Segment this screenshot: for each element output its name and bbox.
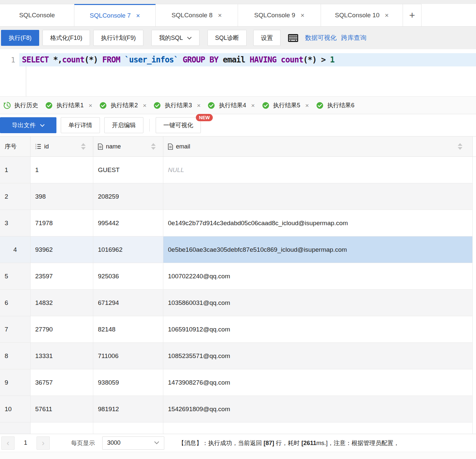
format-button[interactable]: 格式化(F10) — [42, 30, 90, 46]
cell-name[interactable]: GUEST — [93, 157, 163, 183]
tab-sqlconsole-9[interactable]: SQLConsole 9 × — [238, 4, 321, 26]
row-detail-button[interactable]: 单行详情 — [61, 117, 100, 133]
sql-token: `user_infos` — [120, 55, 183, 64]
execute-button[interactable]: 执行(F8) — [1, 30, 39, 46]
cell-id[interactable]: 398 — [31, 183, 93, 210]
export-file-button[interactable]: 导出文件 — [0, 117, 56, 133]
cell-seq[interactable]: 7 — [0, 316, 31, 343]
result-tab-6[interactable]: 执行结果6 — [316, 101, 355, 109]
cell-name[interactable]: 208259 — [93, 183, 163, 210]
cell-name[interactable]: 981912 — [93, 396, 163, 422]
page-number: 1 — [24, 439, 27, 446]
result-tab-1[interactable]: 执行结果1 × — [45, 101, 92, 109]
explain-plan-button[interactable]: 执行计划(F9) — [93, 30, 143, 46]
cell-name[interactable]: 1016962 — [93, 236, 163, 263]
next-page-button[interactable]: › — [37, 436, 50, 450]
prev-page-button[interactable]: ‹ — [1, 436, 15, 450]
enable-edit-button[interactable]: 开启编辑 — [104, 117, 143, 133]
per-page-select[interactable]: 3000 — [102, 436, 164, 450]
close-icon[interactable]: × — [143, 102, 146, 109]
cell-email[interactable]: 0e149c2b77d914c3edabd05c06caad8c_icloud@… — [163, 210, 473, 236]
cell-id — [31, 422, 93, 434]
tab-sqlconsole-10[interactable]: SQLConsole 10 × — [321, 4, 403, 26]
close-icon[interactable]: × — [385, 12, 389, 19]
cell-email[interactable]: 1473908276@qq.com — [163, 369, 473, 396]
cell-name[interactable]: 82148 — [93, 316, 163, 343]
tab-sqlconsole-8[interactable]: SQLConsole 8 × — [156, 4, 238, 26]
keyboard-shortcuts-icon[interactable] — [288, 34, 298, 42]
one-click-visualize-button[interactable]: 一键可视化 — [156, 117, 201, 133]
cell-id[interactable]: 13331 — [31, 343, 93, 369]
tab-sqlconsole-7[interactable]: SQLConsole 7 × — [74, 4, 156, 26]
sort-asc-icon[interactable] — [458, 143, 462, 146]
column-header-email[interactable]: email — [163, 137, 473, 156]
cell-seq[interactable]: 1 — [0, 157, 31, 183]
cell-id[interactable]: 93962 — [31, 236, 93, 263]
cell-seq[interactable]: 3 — [0, 210, 31, 236]
sort-icons[interactable] — [81, 143, 86, 150]
close-icon[interactable]: × — [197, 102, 200, 109]
cell-email[interactable]: 1542691809@qq.com — [163, 396, 473, 422]
column-header-id[interactable]: 123 id — [31, 137, 93, 156]
cell-email[interactable]: NULL — [163, 157, 473, 183]
sql-token: GROUP BY — [183, 55, 218, 64]
cell-seq[interactable]: 2 — [0, 183, 31, 210]
cell-id[interactable]: 23597 — [31, 263, 93, 290]
cell-seq[interactable]: 9 — [0, 369, 31, 396]
cell-name[interactable]: 671294 — [93, 290, 163, 316]
cell-id[interactable]: 27790 — [31, 316, 93, 343]
sort-icons[interactable] — [151, 143, 156, 150]
sort-asc-icon[interactable] — [151, 143, 156, 146]
cell-name[interactable]: 938059 — [93, 369, 163, 396]
text-type-icon — [168, 143, 173, 150]
column-header-name[interactable]: name — [93, 137, 163, 156]
cell-id[interactable]: 71978 — [31, 210, 93, 236]
cell-email-selected[interactable]: 0e5be160ae3cae305debfc87e510c869_icloud@… — [163, 236, 473, 263]
cell-seq[interactable]: 8 — [0, 343, 31, 369]
close-icon[interactable]: × — [89, 102, 92, 109]
cell-seq[interactable]: 4 — [0, 236, 31, 263]
tab-sqlconsole[interactable]: SQLConsole — [0, 4, 74, 26]
close-icon[interactable]: × — [218, 12, 222, 19]
cell-seq[interactable]: 10 — [0, 396, 31, 422]
gutter-divider — [26, 66, 26, 96]
close-icon[interactable]: × — [136, 12, 140, 19]
cell-id[interactable]: 14832 — [31, 290, 93, 316]
execution-history-tab[interactable]: 执行历史 — [3, 101, 38, 109]
my-sql-dropdown[interactable]: 我的SQL — [151, 30, 199, 46]
cell-email[interactable]: 1007022240@qq.com — [163, 263, 473, 290]
cell-email[interactable] — [163, 183, 473, 210]
status-message: 【消息】：执行成功，当前返回 [87] 行，耗时 [2611ms.]，注意：根据… — [178, 439, 399, 447]
cell-name[interactable]: 711006 — [93, 343, 163, 369]
cell-id[interactable]: 1 — [31, 157, 93, 183]
sort-asc-icon[interactable] — [81, 143, 86, 146]
close-icon[interactable]: × — [305, 102, 309, 109]
add-tab-button[interactable]: + — [403, 4, 422, 26]
cell-email[interactable]: 1085235571@qq.com — [163, 343, 473, 369]
sql-editor-area[interactable]: 1 SELECT *,count(*) FROM `user_infos` GR… — [0, 49, 476, 96]
close-icon[interactable]: × — [251, 102, 255, 109]
close-icon[interactable]: × — [300, 12, 304, 19]
cell-seq[interactable]: 6 — [0, 290, 31, 316]
sort-desc-icon[interactable] — [458, 147, 462, 150]
result-tab-2[interactable]: 执行结果2 × — [100, 101, 146, 109]
result-tab-5[interactable]: 执行结果5 × — [262, 101, 309, 109]
sort-desc-icon[interactable] — [81, 147, 86, 150]
sort-desc-icon[interactable] — [151, 147, 156, 150]
table-row: 8 13331 711006 1085235571@qq.com — [0, 343, 476, 369]
result-tab-4[interactable]: 执行结果4 × — [208, 101, 255, 109]
sql-code-line[interactable]: 1 SELECT *,count(*) FROM `user_infos` GR… — [0, 53, 476, 66]
data-visualization-link[interactable]: 数据可视化 — [305, 34, 337, 42]
cell-name[interactable]: 995442 — [93, 210, 163, 236]
cross-db-query-link[interactable]: 跨库查询 — [341, 34, 366, 42]
cell-id[interactable]: 36757 — [31, 369, 93, 396]
settings-button[interactable]: 设置 — [253, 30, 280, 46]
cell-id[interactable]: 57611 — [31, 396, 93, 422]
result-tab-3[interactable]: 执行结果3 × — [154, 101, 200, 109]
sort-icons[interactable] — [458, 143, 462, 150]
cell-seq[interactable]: 5 — [0, 263, 31, 290]
cell-email[interactable]: 1035860031@qq.com — [163, 290, 473, 316]
cell-name[interactable]: 925036 — [93, 263, 163, 290]
cell-email[interactable]: 1065910912@qq.com — [163, 316, 473, 343]
sql-diagnose-button[interactable]: SQL诊断 — [207, 30, 247, 46]
